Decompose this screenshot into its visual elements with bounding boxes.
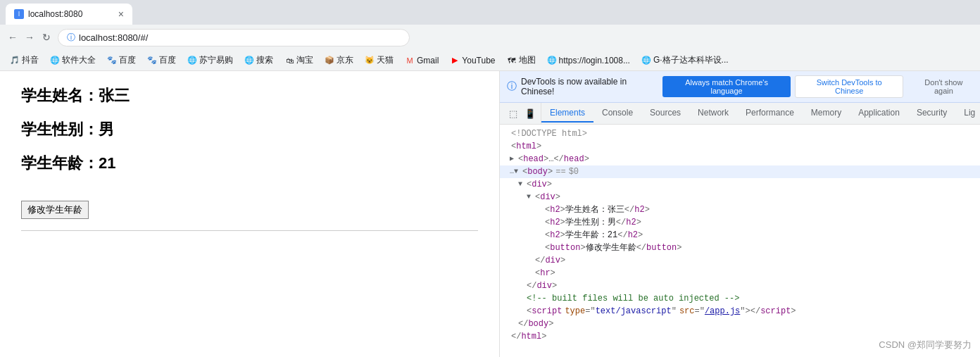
login1008-icon: 🌐 (547, 56, 557, 65)
code-h2-name: <h2>学生姓名：张三</h2> (500, 203, 980, 216)
student-gender-heading: 学生性别：男 (21, 119, 478, 140)
code-script: <script type="text/javascript" src="/app… (500, 305, 980, 318)
code-h2-age: <h2>学生年龄：21</h2> (500, 229, 980, 242)
bookmarks-bar: 🎵 抖音 🌐 软件大全 🐾 百度 🐾 百度 🌐 苏宁易购 🌐 搜索 🛍 淘宝 (0, 50, 980, 71)
body-arrow[interactable] (514, 165, 522, 178)
baidu-icon-1: 🐾 (107, 56, 117, 65)
taobao-icon: 🛍 (284, 56, 294, 65)
bookmark-gmail[interactable]: M Gmail (401, 54, 443, 67)
refresh-button[interactable]: ↻ (41, 32, 52, 43)
address-text: localhost:8080/#/ (79, 32, 148, 43)
code-comment: <!-- built files will be auto injected -… (500, 292, 980, 305)
bookmark-search[interactable]: 🌐 搜索 (240, 53, 277, 68)
tab-bar: l localhost:8080 × (0, 0, 980, 25)
code-html-open: <html> (500, 140, 980, 153)
name-value: 张三 (99, 87, 130, 104)
devtools-tabs: ⬚ 📱 Elements Console Sources Network Per… (500, 103, 980, 125)
code-h2-gender: <h2>学生性别：男</h2> (500, 216, 980, 229)
mobile-icon[interactable]: 📱 (522, 106, 538, 121)
bookmark-youtube[interactable]: ▶ YouTube (446, 54, 499, 67)
code-button: <button>修改学生年龄</button> (500, 242, 980, 254)
gmail-icon: M (405, 56, 415, 65)
baidu-icon-2: 🐾 (147, 56, 157, 65)
bookmark-login1008[interactable]: 🌐 https://login.1008... (543, 54, 634, 67)
outer-div-arrow[interactable] (518, 178, 527, 191)
tab-more[interactable]: Lig (955, 104, 980, 123)
inner-div-arrow[interactable] (527, 191, 535, 203)
code-div-outer[interactable]: <div> (500, 178, 980, 191)
tab-application[interactable]: Application (850, 104, 908, 123)
main-layout: 学生姓名：张三 学生性别：男 学生年龄：21 修改学生年龄 ⓘ DevTools… (0, 71, 980, 357)
address-bar[interactable]: ⓘ localhost:8080/#/ (58, 29, 410, 46)
tab-network[interactable]: Network (689, 104, 737, 123)
code-inner-div-close: </div> (500, 254, 980, 267)
name-label: 学生姓名： (21, 87, 99, 104)
webpage-content: 学生姓名：张三 学生性别：男 学生年龄：21 修改学生年龄 (0, 71, 500, 357)
gender-label: 学生性别： (21, 120, 99, 138)
bookmark-rjdq[interactable]: 🌐 软件大全 (46, 53, 100, 68)
bookmark-tianmao[interactable]: 😺 天猫 (360, 53, 398, 68)
devtools-notification: ⓘ DevTools is now available in Chinese! … (500, 71, 980, 103)
student-age-heading: 学生年龄：21 (21, 153, 478, 174)
tianmao-icon: 😺 (365, 56, 375, 65)
devtools-tab-list: Elements Console Sources Network Perform… (541, 104, 980, 123)
switch-language-button[interactable]: Switch DevTools to Chinese (795, 75, 904, 98)
code-outer-div-close: </div> (500, 280, 980, 292)
devtools-code-area: <!DOCTYPE html> <html> <head>…</head> … … (500, 125, 980, 357)
tab-sources[interactable]: Sources (641, 104, 689, 123)
notification-text: DevTools is now available in Chinese! (521, 77, 658, 96)
youtube-icon: ▶ (450, 56, 460, 65)
devtools-icon-group: ⬚ 📱 (503, 103, 541, 124)
modify-age-button[interactable]: 修改学生年龄 (21, 201, 89, 219)
tab-title: localhost:8080 (28, 9, 114, 19)
dismiss-notification-button[interactable]: Don't show again (907, 76, 979, 97)
suning-icon: 🌐 (187, 56, 197, 65)
gezi-icon: 🌐 (641, 56, 651, 65)
code-body-close: </body> (500, 318, 980, 330)
bookmark-baidu2[interactable]: 🐾 百度 (143, 53, 180, 68)
tab-memory[interactable]: Memory (803, 104, 850, 123)
match-language-button[interactable]: Always match Chrome's language (662, 76, 790, 97)
info-icon: ⓘ (507, 80, 517, 93)
devtools-panel: ⓘ DevTools is now available in Chinese! … (500, 71, 980, 357)
student-name-heading: 学生姓名：张三 (21, 85, 478, 106)
bookmark-suning[interactable]: 🌐 苏宁易购 (183, 53, 237, 68)
bookmark-douyin[interactable]: 🎵 抖音 (6, 53, 43, 68)
watermark: CSDN @郑同学要努力 (879, 339, 972, 351)
jd-icon: 📦 (325, 56, 334, 65)
forward-button[interactable]: → (24, 32, 35, 43)
browser-tab[interactable]: l localhost:8080 × (6, 4, 132, 25)
youtube-label: YouTube (462, 56, 495, 65)
maps-icon: 🗺 (507, 56, 517, 65)
software-icon: 🌐 (50, 56, 60, 65)
browser-nav: ← → ↻ ⓘ localhost:8080/#/ (0, 25, 980, 50)
bookmark-taobao[interactable]: 🛍 淘宝 (280, 53, 318, 68)
age-value: 21 (99, 154, 115, 172)
tab-close-button[interactable]: × (118, 8, 124, 20)
code-hr: <hr> (500, 267, 980, 280)
bookmark-baidu1[interactable]: 🐾 百度 (103, 53, 140, 68)
douyin-icon: 🎵 (10, 56, 20, 65)
bookmark-maps[interactable]: 🗺 地图 (503, 53, 540, 68)
code-body-open[interactable]: … <body> == $0 (500, 165, 980, 178)
search-icon: 🌐 (244, 56, 254, 65)
tab-elements[interactable]: Elements (541, 104, 593, 123)
bookmark-gezi[interactable]: 🌐 G·格子达本科毕设... (637, 53, 733, 68)
gender-value: 男 (99, 120, 114, 138)
tab-favicon: l (14, 9, 24, 19)
back-button[interactable]: ← (7, 32, 18, 43)
age-label: 学生年龄： (21, 154, 99, 172)
head-arrow[interactable] (510, 153, 518, 165)
tab-performance[interactable]: Performance (737, 104, 803, 123)
tab-security[interactable]: Security (908, 104, 955, 123)
cursor-icon[interactable]: ⬚ (505, 106, 521, 121)
lock-icon: ⓘ (67, 32, 75, 44)
tab-console[interactable]: Console (593, 104, 641, 123)
code-doctype: <!DOCTYPE html> (500, 127, 980, 140)
code-div-inner[interactable]: <div> (500, 191, 980, 203)
bookmark-jd[interactable]: 📦 京东 (320, 53, 358, 68)
code-head[interactable]: <head>…</head> (500, 153, 980, 165)
